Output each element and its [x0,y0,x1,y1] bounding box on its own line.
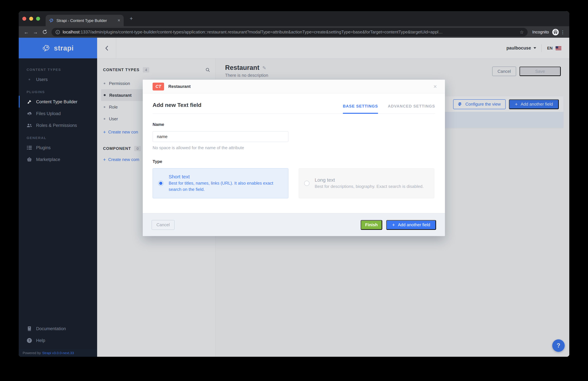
name-input[interactable] [153,131,288,142]
name-helper-text: No space is allowed for the name of the … [153,145,435,150]
add-field-modal: CT Restaurant ✕ Add new Text field BASE … [143,80,445,236]
option-title: Short text [169,174,284,179]
modal-title: Add new Text field [153,102,201,113]
new-tab-button[interactable]: + [128,15,135,22]
modal-header: CT Restaurant ✕ [143,80,445,93]
option-description: Best for descriptions, biography. Exact … [315,183,424,190]
modal-add-another-field-button[interactable]: + Add another field [386,220,436,230]
tab-close-icon[interactable]: ✕ [117,18,120,23]
modal-footer: Cancel Finish + Add another field [143,213,445,236]
browser-tabstrip: Strapi - Content Type Builder ✕ + [19,11,569,26]
incognito-label: Incognito [532,30,549,34]
browser-menu-icon[interactable]: ⋮ [559,29,566,35]
name-label: Name [153,122,435,127]
finish-button[interactable]: Finish [361,220,382,230]
tab-title: Strapi - Content Type Builder [56,18,115,23]
option-description: Best for titles, names, links (URL). It … [169,180,284,193]
option-long-text[interactable]: Long text Best for descriptions, biograp… [299,168,434,198]
url-text: localhost:1337/admin/plugins/content-typ… [63,30,517,34]
tab-advanced-settings[interactable]: ADVANCED SETTINGS [388,104,435,114]
bookmark-star-icon[interactable]: ☆ [520,29,524,35]
strapi-admin-app: strapi CONTENT TYPES Users PLUGINS [19,38,569,357]
content-type-badge: CT [153,82,164,90]
option-title: Long text [315,177,424,182]
url-path: :1337/admin/plugins/content-type-builder… [80,30,443,34]
url-bar[interactable]: localhost:1337/admin/plugins/content-typ… [52,28,528,36]
modal-body: Add new Text field BASE SETTINGS ADVANCE… [143,93,445,213]
browser-tab[interactable]: Strapi - Content Type Builder ✕ [46,15,124,26]
window-minimize-button[interactable] [29,17,33,21]
tab-base-settings[interactable]: BASE SETTINGS [343,104,378,114]
type-options: Short text Best for titles, names, links… [153,168,435,198]
option-short-text[interactable]: Short text Best for titles, names, links… [153,168,288,198]
radio-unselected-icon[interactable] [304,181,309,186]
modal-add-field-label: Add another field [398,222,430,227]
desktop: Strapi - Content Type Builder ✕ + ← → lo [0,0,588,381]
modal-cancel-button[interactable]: Cancel [152,220,175,230]
back-icon[interactable]: ← [22,29,31,35]
site-info-icon[interactable] [55,30,60,34]
window-close-button[interactable] [22,17,26,21]
close-icon[interactable]: ✕ [433,84,437,89]
url-host: localhost [63,30,80,34]
strapi-favicon-icon [49,18,54,23]
incognito-avatar-icon[interactable] [552,29,559,35]
radio-selected-icon[interactable] [158,181,163,186]
plus-icon: + [392,222,395,228]
modal-entity-label: Restaurant [168,84,191,89]
browser-toolbar: ← → localhost:1337/admin/plugins/content… [19,26,569,38]
modal-tabs: BASE SETTINGS ADVANCED SETTINGS [343,104,435,113]
window-zoom-button[interactable] [36,17,40,21]
browser-window: Strapi - Content Type Builder ✕ + ← → lo [19,11,569,357]
forward-icon[interactable]: → [31,29,40,35]
refresh-icon[interactable] [40,30,49,34]
type-label: Type [153,159,435,164]
